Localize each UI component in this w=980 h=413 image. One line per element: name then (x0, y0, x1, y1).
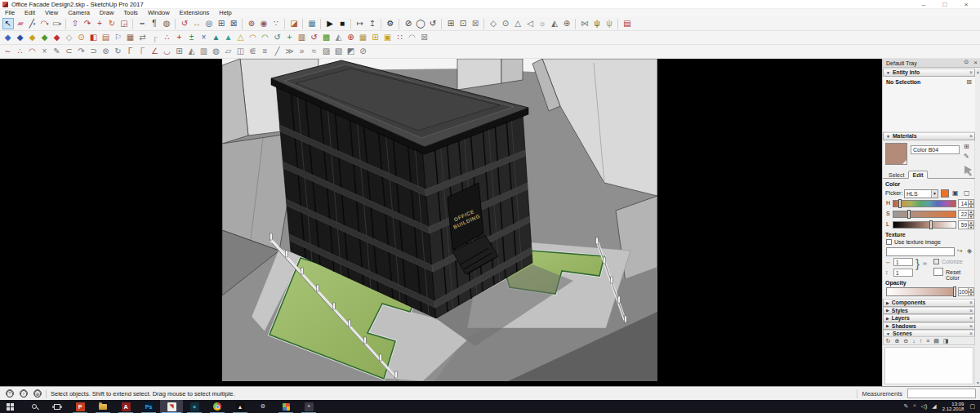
ext-tool-26[interactable]: ↺ (309, 32, 320, 43)
materials-header[interactable]: ▼ Materials × (883, 132, 975, 140)
section-close-icon[interactable]: × (969, 308, 973, 313)
spin-down-icon[interactable]: ▼ (969, 215, 974, 220)
curve-tool-01[interactable]: ∼ (2, 46, 14, 57)
section-layers[interactable]: ▶ Layers × (883, 314, 975, 322)
details-toggle-icon[interactable]: ⊞ (966, 78, 972, 86)
texture-width-input[interactable]: 1 (893, 258, 913, 266)
pen-icon[interactable]: ✎ (903, 403, 908, 410)
undo-color-icon[interactable]: ▣ (952, 189, 959, 197)
clock[interactable]: 13:09 2.12.2018 (942, 402, 964, 412)
show-details-button[interactable]: ▤ (933, 338, 939, 344)
curve-tool-04[interactable]: × (39, 46, 51, 57)
curve-tool-08[interactable]: ⊃ (88, 46, 100, 57)
search-button[interactable] (23, 400, 46, 413)
curve-tool-13[interactable]: ∠ (149, 46, 161, 57)
curve-tool-28[interactable]: ▧ (333, 46, 345, 57)
select-tool[interactable]: ↖ (2, 18, 14, 29)
menu-window[interactable]: Window (143, 9, 175, 17)
spin-down-icon[interactable]: ▼ (969, 292, 974, 297)
section-close-icon[interactable]: × (969, 300, 973, 305)
curve-tool-10[interactable]: ↻ (113, 46, 124, 57)
menu-file[interactable]: File (0, 9, 20, 17)
viewport[interactable]: OFFICE BUILDING (0, 59, 882, 386)
menu-draw[interactable]: Draw (95, 9, 119, 17)
chain-link-icon[interactable]: ∞ (923, 260, 927, 266)
curve-tool-20[interactable]: ◫ (235, 46, 247, 57)
chevron-down-icon[interactable]: ▼ (931, 190, 938, 198)
vray-rt-button[interactable]: ↺ (427, 18, 439, 29)
tab-select[interactable]: Select (884, 171, 908, 179)
ext-tool-01[interactable]: ◆ (2, 32, 14, 43)
ext-tool-13[interactable]: ┌ (149, 32, 161, 43)
match-color-icon[interactable]: ▢ (964, 189, 970, 197)
vray-dome-light-button[interactable]: ◭ (549, 18, 560, 29)
vray-sphere-light-button[interactable]: ☼ (537, 18, 548, 29)
update-scene-button[interactable]: ↻ (886, 338, 891, 344)
ext-tool-33[interactable]: ∷ (394, 32, 406, 43)
ext-tool-25[interactable]: ▥ (296, 32, 308, 43)
vray-lock-camera-button[interactable]: ⊠ (470, 18, 481, 29)
tray-scrollbar[interactable]: ▲ ▼ (974, 69, 980, 386)
ext-tool-10[interactable]: ⚐ (113, 32, 124, 43)
eraser-tool[interactable]: ▰ (15, 18, 26, 29)
action-center-icon[interactable]: ▢ (969, 403, 975, 410)
move-scene-down-button[interactable]: ↓ (912, 338, 915, 344)
menu-help[interactable]: Help (214, 9, 236, 17)
section-components[interactable]: ▶ Components × (883, 299, 975, 307)
vray-proxy-button[interactable]: ⊙ (500, 18, 511, 29)
curve-tool-18[interactable]: ◍ (211, 46, 222, 57)
use-texture-checkbox[interactable] (886, 239, 892, 245)
tape-measure-tool[interactable]: ┅ (136, 18, 148, 29)
ext-tool-35[interactable]: ⊠ (419, 32, 430, 43)
scene-options-button[interactable]: ◨ (943, 338, 949, 344)
reset-color-swatch[interactable] (933, 268, 943, 276)
move-scene-up-button[interactable]: ↑ (920, 338, 923, 344)
hue-slider[interactable] (893, 200, 956, 207)
spin-down-icon[interactable]: ▼ (969, 225, 974, 230)
ext-tool-09[interactable]: ▤ (100, 32, 112, 43)
vray-render-button[interactable]: ◯ (415, 18, 426, 29)
section-shadows[interactable]: ▶ Shadows × (883, 322, 975, 331)
speaker-icon[interactable]: ◁) (921, 403, 928, 410)
curve-tool-11[interactable]: Γ (125, 46, 136, 57)
section-styles[interactable]: ▶ Styles × (883, 307, 975, 315)
material-preview[interactable] (885, 143, 907, 165)
measurements-input[interactable] (907, 389, 976, 398)
ext-tool-18[interactable]: ▲ (211, 32, 222, 43)
push-pull-tool[interactable]: ⇧ (69, 18, 81, 29)
fur-grass-button[interactable]: ψ (591, 18, 603, 29)
look-around-tool[interactable]: ◉ (258, 18, 270, 29)
curve-tool-07[interactable]: ↷ (76, 46, 87, 57)
material-paint-icon[interactable]: ✎ (964, 153, 969, 160)
saturation-slider[interactable] (893, 211, 956, 218)
add-location-button[interactable]: ▦ (306, 18, 318, 29)
network-icon[interactable]: ◢ (932, 403, 936, 410)
scale-tool[interactable]: ◲ (118, 18, 130, 29)
curve-tool-29[interactable]: ◩ (345, 46, 357, 57)
curve-tool-12[interactable]: Γ (137, 46, 149, 57)
section-close-icon[interactable]: × (969, 315, 973, 321)
curve-tool-05[interactable]: ✎ (51, 46, 63, 57)
ext-tool-19[interactable]: ▲ (223, 32, 234, 43)
walk-tool[interactable]: ∵ (270, 18, 282, 29)
section-plane-tool[interactable]: ◪ (288, 18, 300, 29)
ext-tool-05[interactable]: ◆ (51, 32, 63, 43)
pin-icon[interactable]: ⊙ (964, 59, 969, 65)
tray-close-icon[interactable]: × (973, 59, 978, 66)
ext-tool-15[interactable]: + (174, 32, 185, 43)
curve-tool-02[interactable]: ∴ (15, 46, 26, 57)
start-button[interactable] (0, 400, 23, 413)
ext-tool-08[interactable]: ◧ (88, 32, 100, 43)
rectangle-tool[interactable]: ▭▾ (51, 18, 63, 29)
hue-value[interactable]: 14 (958, 199, 969, 208)
powerpoint-button[interactable]: P (69, 400, 91, 413)
colorize-checkbox[interactable] (933, 259, 939, 264)
ext-tool-07[interactable]: ⊙ (76, 32, 87, 43)
curve-tool-25[interactable]: » (296, 46, 308, 57)
minimize-button[interactable]: – (913, 0, 934, 9)
ext-tool-30[interactable]: ▦ (358, 32, 369, 43)
chrome-button[interactable] (206, 400, 229, 413)
entity-info-header[interactable]: ▼ Entity Info × (883, 69, 975, 77)
maximize-button[interactable]: □ (934, 0, 956, 9)
curve-tool-06[interactable]: ⊂ (64, 46, 75, 57)
